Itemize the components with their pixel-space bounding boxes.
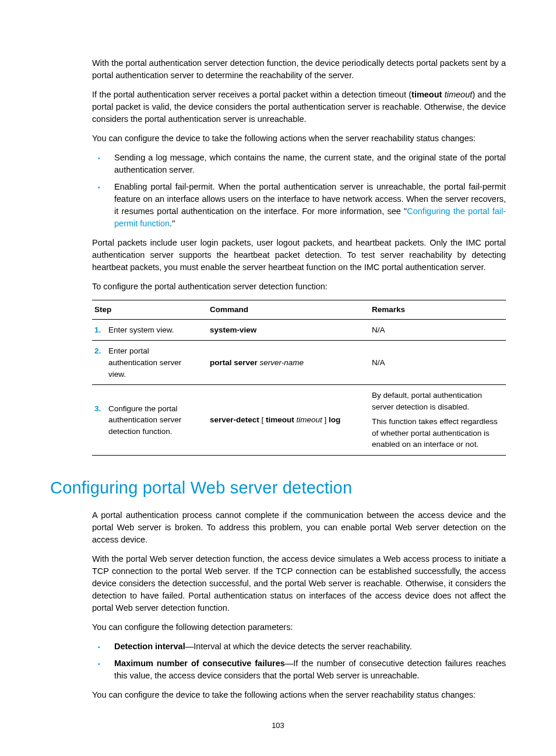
step-number: 1. (94, 324, 108, 336)
document-page: With the portal authentication server de… (0, 0, 556, 756)
bullet-list: Sending a log message, which contains th… (92, 152, 506, 230)
paragraph: With the portal authentication server de… (92, 57, 506, 82)
argument: timeout (445, 90, 473, 99)
table-header-remarks: Remarks (370, 300, 506, 320)
definition-term: Maximum number of consecutive failures (114, 659, 285, 668)
remarks-cell: N/A (370, 319, 506, 341)
paragraph: You can configure the device to take the… (92, 689, 506, 701)
remarks-cell: N/A (370, 341, 506, 385)
paragraph: You can configure the following detectio… (92, 621, 506, 634)
remarks-text: This function takes effect regardless of… (372, 416, 504, 450)
table-row: 3.Configure the portal authentication se… (92, 385, 506, 456)
paragraph: If the portal authentication server rece… (92, 89, 506, 125)
remarks-text: By default, portal authentication server… (372, 390, 504, 412)
step-number: 2. (94, 345, 108, 357)
table-row: 1.Enter system view. system-view N/A (92, 319, 506, 341)
definition-term: Detection interval (114, 642, 185, 651)
list-item: Enabling portal fail-permit. When the po… (92, 181, 506, 230)
body-content: With the portal authentication server de… (92, 57, 506, 456)
command-keyword: portal server (210, 358, 258, 367)
step-desc: Configure the portal authentication serv… (108, 403, 199, 438)
command-text: ] (322, 415, 329, 424)
command-arg: timeout (294, 415, 322, 424)
command-keyword: system-view (210, 326, 256, 334)
step-desc: Enter portal authentication server view. (108, 345, 199, 380)
page-number: 103 (0, 720, 556, 732)
config-steps-table: Step Command Remarks 1.Enter system view… (92, 300, 506, 456)
body-content: A portal authentication process cannot c… (92, 509, 506, 701)
command-arg: server-name (258, 358, 304, 367)
remarks-cell: By default, portal authentication server… (370, 385, 506, 456)
list-item: Sending a log message, which contains th… (92, 152, 506, 176)
text: —Interval at which the device detects th… (185, 642, 412, 651)
text: ." (170, 219, 175, 228)
list-item: Detection interval—Interval at which the… (92, 640, 506, 653)
paragraph: You can configure the device to take the… (92, 132, 506, 145)
command-text: [ (259, 415, 266, 424)
command-keyword: server-detect (210, 415, 259, 424)
table-header-command: Command (207, 300, 370, 320)
keyword: timeout (411, 90, 442, 99)
table-header-step: Step (92, 300, 207, 320)
command-keyword: log (329, 415, 340, 424)
paragraph: With the portal Web server detection fun… (92, 553, 506, 614)
paragraph: A portal authentication process cannot c… (92, 509, 506, 546)
step-desc: Enter system view. (108, 324, 199, 336)
section-heading: Configuring portal Web server detection (50, 475, 506, 500)
paragraph: Portal packets include user login packet… (92, 237, 506, 274)
command-keyword: timeout (266, 415, 294, 424)
text: Sending a log message, which contains th… (114, 153, 506, 174)
step-number: 3. (94, 403, 108, 415)
paragraph: To configure the portal authentication s… (92, 281, 506, 293)
table-row: 2.Enter portal authentication server vie… (92, 341, 506, 385)
text: If the portal authentication server rece… (92, 90, 411, 99)
list-item: Maximum number of consecutive failures—I… (92, 657, 506, 682)
bullet-list: Detection interval—Interval at which the… (92, 640, 506, 682)
